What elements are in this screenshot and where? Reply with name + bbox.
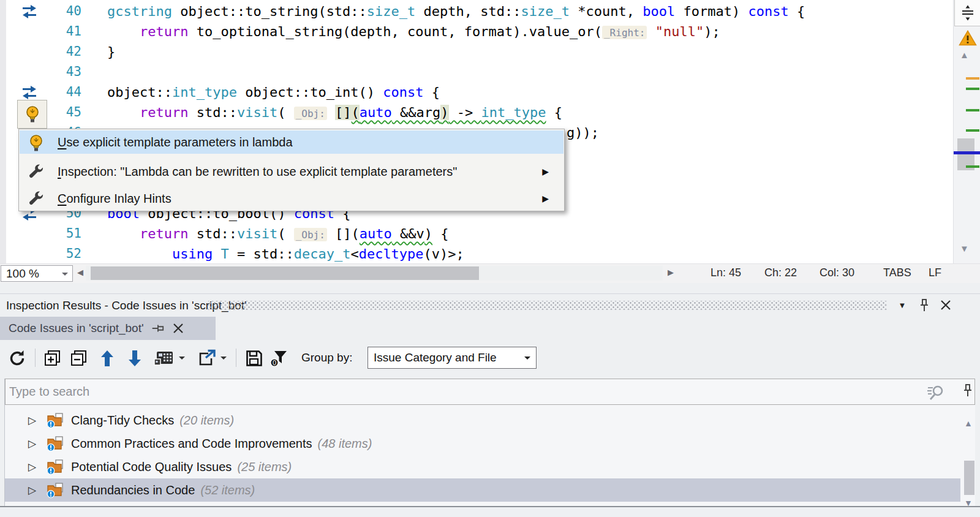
wrench-icon	[28, 163, 46, 180]
show-preview-button[interactable]	[153, 349, 172, 368]
group-by-dropdown[interactable]: Issue Category and File	[368, 347, 537, 369]
category-count: (20 items)	[179, 413, 234, 428]
filter-icon: 0	[270, 349, 288, 368]
toolbar-separator	[236, 349, 236, 367]
code-line-40[interactable]: 40gcstring object::to_string(std::size_t…	[0, 1, 953, 21]
tree-row-1[interactable]: ▷Clang-Tidy Checks(20 items)	[5, 409, 960, 432]
code-line-42[interactable]: 42}	[0, 42, 953, 62]
tree-scroll-thumb[interactable]	[964, 461, 974, 495]
expander-icon[interactable]: ▷	[28, 414, 39, 427]
chevron-down-icon	[524, 357, 530, 363]
issue-marker	[966, 77, 979, 80]
quick-actions-lightbulb[interactable]	[17, 100, 47, 129]
tree-row-2[interactable]: ▷Common Practices and Code Improvements(…	[5, 432, 960, 455]
panel-drag-handle[interactable]	[208, 301, 887, 310]
menu-item-3[interactable]: Configure Inlay Hints▶	[20, 187, 564, 210]
group-by-value: Issue Category and File	[374, 351, 497, 364]
file-status-warning-icon[interactable]	[959, 29, 977, 47]
panel-close-icon[interactable]	[938, 298, 954, 314]
severity-filter-button[interactable]: 0	[270, 349, 288, 368]
issue-marker	[966, 109, 979, 111]
editor-vertical-scrollbar[interactable]: ▲ ▼	[953, 0, 980, 263]
scroll-up-arrow[interactable]: ▲	[964, 418, 973, 428]
collapse-all-icon	[70, 349, 88, 368]
panel-pin-icon[interactable]	[916, 298, 932, 314]
save-icon	[245, 349, 263, 368]
next-issue-button[interactable]	[127, 349, 145, 368]
expand-all-button[interactable]	[43, 349, 62, 368]
category-label: Redundancies in Code	[71, 483, 195, 497]
code-text: }	[107, 42, 115, 62]
menu-item-label: Configure Inlay Hints	[58, 192, 172, 206]
chevron-down-icon	[62, 273, 68, 279]
zoom-select[interactable]: 100 %	[1, 265, 73, 282]
inlay-hint: _Obj:	[294, 107, 327, 120]
incremental-search-icon[interactable]	[925, 383, 944, 401]
horizontal-scrollbar[interactable]	[86, 266, 663, 281]
export-icon	[197, 349, 216, 368]
tree-row-3[interactable]: ▷Potential Code Quality Issues(25 items)	[5, 455, 960, 478]
expander-icon[interactable]: ▷	[28, 461, 39, 474]
group-by-label: Group by:	[301, 351, 352, 364]
line-number: 52	[0, 244, 81, 264]
hscroll-right-arrow[interactable]: ▶	[668, 268, 674, 277]
category-label: Clang-Tidy Checks	[71, 413, 174, 428]
status-char: Ch: 22	[764, 266, 797, 279]
expand-all-icon	[43, 349, 62, 368]
expander-icon[interactable]: ▷	[28, 484, 39, 497]
tab-code-issues[interactable]: Code Issues in 'script_bot'	[0, 317, 216, 340]
chevron-down-icon[interactable]	[179, 357, 185, 363]
lightbulb-icon	[28, 134, 46, 151]
tree-vertical-scrollbar[interactable]: ▲ ▼	[964, 405, 975, 506]
line-number: 41	[0, 21, 81, 42]
hscroll-thumb[interactable]	[91, 266, 479, 280]
hscroll-left-arrow[interactable]: ◀	[77, 268, 83, 277]
panel-left-edge	[0, 379, 5, 507]
panel-header: Inspection Results - Code Issues in 'scr…	[0, 293, 980, 317]
tab-close-icon[interactable]	[171, 321, 186, 336]
code-text: return std::visit( _Obj: [](auto &&arg) …	[107, 102, 562, 124]
collapse-all-button[interactable]	[70, 349, 88, 368]
caret-position-marker	[954, 151, 980, 154]
tree-row-4[interactable]: ▷Redundancies in Code(52 items)	[5, 478, 960, 502]
code-line-41[interactable]: 41 return to_optional_string(depth, coun…	[0, 21, 953, 42]
scroll-down-arrow[interactable]: ▼	[960, 244, 969, 253]
code-line-51[interactable]: 51 return std::visit( _Obj: [](auto &&v)…	[0, 224, 953, 244]
search-input[interactable]	[8, 381, 856, 402]
previous-issue-button[interactable]	[99, 349, 118, 368]
panel-tab-strip: Code Issues in 'script_bot'	[0, 317, 980, 340]
code-line-43[interactable]: 43	[0, 62, 953, 82]
expander-icon[interactable]: ▷	[28, 437, 39, 450]
tab-pin-icon[interactable]	[150, 321, 165, 336]
panel-chevron-down-icon[interactable]: ▼	[894, 298, 910, 314]
chevron-down-icon[interactable]	[221, 357, 227, 363]
inlay-hint: _Right:	[602, 26, 647, 39]
category-label: Potential Code Quality Issues	[71, 460, 232, 474]
line-number: 40	[0, 1, 81, 21]
code-text: object::int_type object::to_int() const …	[107, 82, 440, 102]
menu-item-label: Use explicit template parameters in lamb…	[58, 135, 293, 149]
menu-item-2[interactable]: Inspection: "Lambda can be rewritten to …	[20, 160, 564, 183]
category-count: (25 items)	[237, 460, 292, 474]
export-button[interactable]	[197, 349, 216, 368]
code-line-44[interactable]: 44object::int_type object::to_int() cons…	[0, 82, 953, 102]
search-pin-icon[interactable]	[960, 383, 978, 401]
goto-declaration-icon[interactable]	[19, 85, 40, 100]
code-line-52[interactable]: 52 using T = std::decay_t<decltype(v)>;	[0, 244, 953, 264]
goto-declaration-icon[interactable]	[19, 4, 40, 20]
category-folder-icon	[47, 482, 64, 498]
svg-text:0: 0	[273, 359, 276, 366]
line-number: 42	[0, 42, 81, 62]
inlay-hint: _Obj:	[294, 228, 327, 241]
category-count: (48 items)	[318, 437, 372, 451]
category-count: (52 items)	[200, 483, 255, 497]
save-button[interactable]	[245, 349, 263, 368]
category-folder-icon	[47, 412, 64, 428]
scroll-up-arrow[interactable]: ▲	[960, 50, 969, 59]
code-line-45[interactable]: 45 return std::visit( _Obj: [](auto &&ar…	[0, 102, 953, 123]
code-text: g));	[567, 123, 599, 143]
menu-item-1[interactable]: Use explicit template parameters in lamb…	[20, 130, 564, 154]
data-grid-icon	[153, 349, 172, 368]
refresh-button[interactable]	[8, 349, 26, 368]
editor-splitter-handle[interactable]	[954, 0, 980, 26]
